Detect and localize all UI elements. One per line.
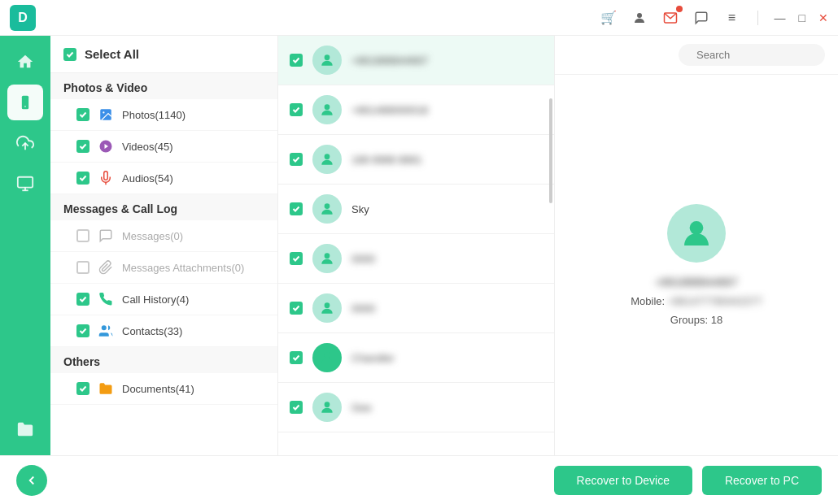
svg-point-16 — [325, 154, 330, 159]
contact-8-avatar — [312, 393, 342, 422]
recover-pc-button[interactable]: Recover to PC — [702, 466, 822, 495]
contact-1-name: +861888844667 — [351, 54, 428, 67]
photo-icon — [98, 106, 114, 123]
documents-checkbox[interactable] — [76, 382, 89, 395]
contact-item-8[interactable]: Gee — [278, 383, 554, 432]
callhistory-label: Call History(4) — [122, 293, 264, 306]
svg-point-18 — [325, 253, 330, 259]
svg-point-13 — [102, 325, 107, 330]
audio-icon — [98, 170, 114, 186]
contact-item-1[interactable]: +861888844667 — [278, 36, 554, 85]
contact-6-checkbox[interactable] — [290, 302, 303, 315]
section-messages: Messages & Call Log — [50, 194, 277, 220]
bottom-bar: Recover to Device Recover to PC — [0, 455, 838, 504]
search-box[interactable] — [679, 44, 825, 66]
select-all-label: Select All — [85, 47, 139, 61]
message-icon — [98, 228, 114, 244]
contact-7-avatar — [312, 343, 342, 372]
groups-value: 18 — [711, 314, 722, 326]
mail-badge — [676, 6, 683, 12]
tree-item-videos[interactable]: Videos(45) — [50, 131, 277, 163]
tree-item-photos[interactable]: Photos(1140) — [50, 99, 277, 131]
contact-icon — [98, 323, 114, 339]
chat-icon[interactable] — [692, 9, 710, 27]
messages-label: Messages(0) — [122, 230, 264, 242]
contact-3-checkbox[interactable] — [290, 153, 303, 166]
documents-label: Documents(41) — [122, 383, 264, 395]
scrollbar[interactable] — [549, 98, 552, 203]
videos-checkbox[interactable] — [76, 140, 89, 153]
mail-icon[interactable] — [661, 9, 679, 27]
contact-2-checkbox[interactable] — [290, 103, 303, 116]
svg-point-20 — [325, 352, 330, 358]
maximize-button[interactable]: □ — [799, 11, 805, 24]
detail-mobile: Mobile: +861477780441577 — [631, 295, 762, 307]
main-layout: Select All Photos & Video Photos(1140) V… — [0, 36, 838, 455]
callhistory-checkbox[interactable] — [76, 293, 89, 306]
svg-point-24 — [690, 221, 704, 235]
nav-device[interactable] — [7, 85, 43, 120]
tree-item-audios[interactable]: Audios(54) — [50, 163, 277, 194]
svg-point-17 — [325, 203, 330, 209]
user-icon[interactable] — [631, 9, 648, 27]
section-photos-video: Photos & Video — [50, 73, 277, 99]
contact-item-5[interactable]: 0000 — [278, 234, 554, 284]
contact-item-4[interactable]: Sky — [278, 185, 554, 234]
svg-rect-5 — [18, 177, 33, 188]
select-all-checkbox[interactable] — [63, 48, 76, 61]
tree-item-callhistory[interactable]: Call History(4) — [50, 284, 277, 315]
cart-icon[interactable]: 🛒 — [600, 9, 618, 27]
svg-point-19 — [325, 302, 330, 308]
tree-item-contacts[interactable]: Contacts(33) — [50, 315, 277, 347]
contact-8-checkbox[interactable] — [290, 401, 303, 414]
contact-item-6[interactable]: 0000 — [278, 284, 554, 333]
contact-3-name: 188 8988 8881 — [351, 154, 422, 166]
detail-groups: Groups: 18 — [670, 314, 722, 326]
nav-toolkit[interactable] — [7, 166, 43, 202]
tree-item-documents[interactable]: Documents(41) — [50, 373, 277, 405]
photos-checkbox[interactable] — [76, 108, 89, 121]
contact-1-checkbox[interactable] — [290, 54, 303, 67]
contacts-checkbox[interactable] — [76, 324, 89, 337]
nav-backup[interactable] — [7, 125, 43, 161]
document-icon — [98, 380, 114, 397]
minimize-button[interactable]: — — [775, 11, 786, 24]
messages-checkbox[interactable] — [76, 229, 89, 242]
attachments-checkbox[interactable] — [76, 261, 89, 274]
contact-item-2[interactable]: +861488000018 — [278, 85, 554, 135]
nav-folder[interactable] — [7, 411, 43, 447]
detail-content: +861888844667 Mobile: +861477780441577 G… — [555, 75, 838, 455]
groups-label: Groups: — [670, 314, 708, 326]
right-panels: +861888844667 +861488000018 188 8988 8 — [278, 36, 838, 455]
call-icon — [98, 291, 114, 307]
contacts-label: Contacts(33) — [122, 325, 264, 337]
attachments-label: Messages Attachments(0) — [122, 262, 264, 274]
contact-8-name: Gee — [351, 402, 372, 414]
tree-item-messages[interactable]: Messages(0) — [50, 220, 277, 252]
contact-item-7[interactable]: Chandler — [278, 333, 554, 383]
back-button[interactable] — [16, 465, 47, 496]
file-tree-panel: Select All Photos & Video Photos(1140) V… — [50, 36, 278, 455]
svg-point-0 — [637, 13, 642, 18]
contact-5-checkbox[interactable] — [290, 252, 303, 265]
action-buttons: Recover to Device Recover to PC — [554, 466, 822, 495]
detail-avatar-icon — [680, 217, 713, 250]
contact-1-avatar — [312, 46, 342, 75]
title-bar: D 🛒 ≡ — □ ✕ — [0, 0, 838, 36]
contact-item-3[interactable]: 188 8988 8881 — [278, 135, 554, 185]
search-input[interactable] — [696, 49, 833, 61]
titlebar-left: D — [10, 5, 36, 31]
close-button[interactable]: ✕ — [818, 11, 828, 24]
select-all-header[interactable]: Select All — [50, 36, 277, 73]
contact-7-checkbox[interactable] — [290, 351, 303, 364]
recover-device-button[interactable]: Recover to Device — [554, 466, 692, 495]
search-area — [555, 36, 838, 75]
contact-5-avatar — [312, 244, 342, 273]
contact-4-checkbox[interactable] — [290, 202, 303, 215]
menu-icon[interactable]: ≡ — [723, 9, 741, 27]
contact-6-name: 0000 — [351, 302, 375, 315]
titlebar-icons: 🛒 ≡ — □ ✕ — [600, 9, 828, 27]
nav-home[interactable] — [7, 44, 43, 80]
audios-checkbox[interactable] — [76, 172, 89, 185]
tree-item-attachments[interactable]: Messages Attachments(0) — [50, 252, 277, 284]
